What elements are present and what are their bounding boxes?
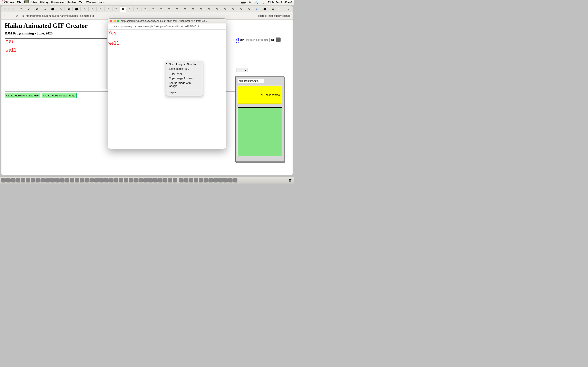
popup-body[interactable]: Yes well <box>108 30 226 47</box>
control-center-icon[interactable]: ⌥ <box>261 1 265 4</box>
tab-item[interactable]: ⬤ <box>262 6 268 12</box>
tab-item[interactable]: G <box>42 6 48 12</box>
media-url-input[interactable] <box>245 38 269 42</box>
tab-item[interactable]: ✎ <box>190 6 196 12</box>
site-info-icon[interactable]: ⇅ <box>22 15 24 17</box>
dock-app-icon[interactable] <box>223 178 228 183</box>
minimize-window-icon[interactable] <box>8 8 10 10</box>
dock-app-icon[interactable] <box>204 178 208 183</box>
tab-item[interactable]: ✎ <box>81 6 87 12</box>
dock-app-icon[interactable] <box>6 178 11 183</box>
dock-app-icon[interactable] <box>104 178 109 183</box>
menu-history[interactable]: History <box>40 1 48 4</box>
tab-item[interactable]: ✎ <box>246 6 252 12</box>
create-popup-image-button[interactable]: Create Haiku Popup Image <box>42 93 77 98</box>
tab-item[interactable]: ✎ <box>214 6 220 12</box>
close-window-icon[interactable] <box>4 8 6 10</box>
window-controls[interactable] <box>1 8 17 10</box>
dock-app-icon[interactable] <box>143 178 148 183</box>
dock-app-icon[interactable] <box>65 178 69 183</box>
dock-app-icon[interactable] <box>134 178 138 183</box>
dock-app-icon[interactable] <box>148 178 153 183</box>
popup-titlebar[interactable]: rjmprogramming.com.au/cowsay.php?ext=png… <box>108 18 226 24</box>
site-info-icon[interactable]: ⇅ <box>111 25 112 28</box>
forward-button-icon[interactable]: → <box>9 14 13 18</box>
new-tab-button[interactable]: + <box>276 7 281 11</box>
dock-app-icon[interactable] <box>21 178 25 183</box>
spotlight-icon[interactable]: 🔍 <box>255 1 258 4</box>
tab-item[interactable]: ⬤ <box>50 6 56 12</box>
dock-app-icon[interactable] <box>138 178 143 183</box>
popup-zoom-icon[interactable] <box>117 20 119 22</box>
reload-stop-icon[interactable]: ✕ <box>16 14 18 18</box>
trash-icon[interactable]: 🗑 <box>288 178 293 183</box>
yellow-panel[interactable]: ar These Words <box>238 86 282 104</box>
tab-item[interactable]: ✎ <box>58 6 64 12</box>
tab-item[interactable]: ✎ <box>174 6 180 12</box>
green-panel[interactable] <box>238 107 282 156</box>
tab-item[interactable]: ✎ <box>126 6 132 12</box>
context-inspect[interactable]: Inspect <box>166 90 203 95</box>
tab-item[interactable]: ✔︎ <box>26 6 32 12</box>
tab-item[interactable]: ✎ <box>89 6 95 12</box>
tab-item[interactable]: ✎ <box>166 6 172 12</box>
dock-app-icon[interactable] <box>45 178 50 183</box>
dock-finder-icon[interactable] <box>1 178 6 183</box>
tab-item[interactable]: ✎ <box>113 6 120 12</box>
context-save-image[interactable]: Save Image As... <box>166 67 203 71</box>
dock-app-icon[interactable] <box>184 178 189 183</box>
tab-item-active[interactable]: ✕ <box>120 6 126 12</box>
tab-item[interactable]: ✎ <box>182 6 188 12</box>
tab-item[interactable]: ✎ <box>142 6 148 12</box>
dock-app-icon[interactable] <box>31 178 35 183</box>
dock-app-icon[interactable] <box>35 178 40 183</box>
dock-app-icon[interactable] <box>40 178 45 183</box>
back-button-icon[interactable]: ← <box>3 14 7 18</box>
tab-item[interactable]: ✎ <box>206 6 212 12</box>
dock-app-icon[interactable] <box>168 178 172 183</box>
tab-item[interactable]: ✎ <box>238 6 244 12</box>
context-copy-address[interactable]: Copy Image Address <box>166 76 203 81</box>
dock-app-icon[interactable] <box>60 178 65 183</box>
dock-app-icon[interactable] <box>194 178 198 183</box>
menu-profiles[interactable]: Profiles <box>67 1 76 4</box>
dock-app-icon[interactable] <box>199 178 203 183</box>
zoom-window-icon[interactable] <box>12 8 15 10</box>
dock-app-icon[interactable] <box>218 178 223 183</box>
haiku-textarea[interactable]: — Yes well <box>5 38 107 89</box>
tv-icon[interactable] <box>276 38 281 42</box>
dock-app-icon[interactable] <box>158 178 163 183</box>
tab-item[interactable]: ✎ <box>97 6 104 12</box>
dock-app-icon[interactable] <box>213 178 218 183</box>
dock-app-icon[interactable] <box>16 178 20 183</box>
context-search-google[interactable]: Search image with Google <box>166 81 203 88</box>
tab-item[interactable]: ◉ <box>66 6 72 12</box>
address-bar[interactable]: ⇅ rjmprogramming.com.au/PHP/animegif/hai… <box>21 13 255 18</box>
dock-app-icon[interactable] <box>153 178 158 183</box>
dock-app-icon[interactable] <box>85 178 89 183</box>
dock-app-icon[interactable] <box>75 178 79 183</box>
popup-address-bar[interactable]: ⇅ rjmprogramming.com.au/cowsay.php?ext=p… <box>108 24 226 30</box>
dock-app-icon[interactable] <box>94 178 99 183</box>
tab-item[interactable]: ✎ <box>222 6 228 12</box>
menubar-clock[interactable]: Fri 14 Feb 11:43 AM <box>268 1 292 4</box>
menu-help[interactable]: Help <box>99 1 104 4</box>
tab-item[interactable]: ⬤ <box>73 6 80 12</box>
tab-item[interactable]: ✎ <box>105 6 112 12</box>
dock-app-icon[interactable] <box>163 178 167 183</box>
tab-item[interactable]: ✎ <box>230 6 236 12</box>
tab-item[interactable]: ✎ <box>150 6 156 12</box>
dock-app-icon[interactable] <box>50 178 55 183</box>
battery-icon[interactable] <box>241 1 245 3</box>
menu-window[interactable]: Window <box>86 1 95 4</box>
wifi-icon[interactable]: ⚞ <box>249 1 251 4</box>
popup-close-icon[interactable] <box>110 20 112 22</box>
tab-item[interactable]: ✎ <box>134 6 140 12</box>
dock-app-icon[interactable] <box>11 178 16 183</box>
menu-tab[interactable]: Tab <box>79 1 83 4</box>
tab-item[interactable]: ◉ <box>34 6 40 12</box>
popup-minimize-icon[interactable] <box>113 20 116 22</box>
dock-app-icon[interactable] <box>89 178 94 183</box>
dock-app-icon[interactable] <box>70 178 74 183</box>
dock-app-icon[interactable] <box>124 178 128 183</box>
